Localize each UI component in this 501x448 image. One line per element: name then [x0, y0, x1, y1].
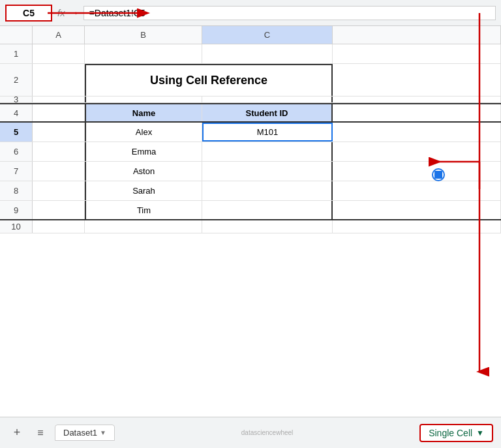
cell-8b-sarah[interactable]: Sarah	[85, 181, 202, 200]
cell-1a[interactable]	[33, 44, 85, 63]
cell-7c[interactable]	[202, 162, 333, 181]
cell-9b-tim[interactable]: Tim	[85, 201, 202, 219]
title-text: Using Cell Reference	[89, 74, 329, 87]
row-4-header: 4 Name Student ID	[0, 103, 501, 123]
row-num-col-header	[0, 26, 33, 44]
cell-3c[interactable]	[202, 97, 333, 102]
bottom-bar: + ≡ Dataset1 ▼ datasciencewheel Single C…	[0, 417, 501, 448]
row-num-2: 2	[0, 64, 33, 96]
cell-4c-studentid-header[interactable]: Student ID	[202, 104, 333, 121]
cell-4a[interactable]	[33, 104, 85, 121]
row-6: 6 Emma	[0, 142, 501, 162]
row-5: 5 Alex M101	[0, 123, 501, 142]
cell-1d[interactable]	[333, 44, 501, 63]
cell-5a[interactable]	[33, 123, 85, 142]
row-num-10: 10	[0, 220, 33, 233]
cell-2b-title[interactable]: Using Cell Reference	[85, 64, 333, 96]
watermark: datasciencewheel	[120, 429, 414, 436]
row-8: 8 Sarah	[0, 181, 501, 201]
row-7: 7 Aston	[0, 162, 501, 181]
col-header-b: B	[85, 26, 202, 44]
cell-1c[interactable]	[202, 44, 333, 63]
col-header-a: A	[33, 26, 85, 44]
cell-9a[interactable]	[33, 201, 85, 219]
cell-6d[interactable]	[333, 142, 501, 161]
single-cell-label: Single Cell	[429, 428, 472, 438]
cell-5b-alex[interactable]: Alex	[85, 123, 202, 142]
cell-7d[interactable]	[333, 162, 501, 181]
sheet-tab-arrow-icon: ▼	[100, 429, 106, 436]
cell-9c[interactable]	[202, 201, 333, 219]
cell-name: C5	[23, 8, 35, 18]
cell-5d[interactable]	[333, 123, 501, 142]
row-10: 10	[0, 220, 501, 233]
cell-6c[interactable]	[202, 142, 333, 161]
row-9: 9 Tim	[0, 201, 501, 220]
col-header-c: C	[202, 26, 333, 44]
sheet-tab-label: Dataset1	[63, 428, 97, 438]
row-num-6: 6	[0, 142, 33, 161]
col-header-d	[333, 26, 501, 44]
sheet-menu-button[interactable]: ≡	[31, 424, 50, 442]
cell-10a[interactable]	[33, 220, 85, 233]
row-num-9: 9	[0, 201, 33, 219]
cell-7b-aston[interactable]: Aston	[85, 162, 202, 181]
cell-10c[interactable]	[202, 220, 333, 233]
cell-2d[interactable]	[333, 64, 501, 96]
single-cell-arrow-icon: ▼	[476, 428, 484, 438]
cell-3b[interactable]	[85, 97, 202, 102]
formula-arrow: →	[69, 7, 80, 19]
cell-1b[interactable]	[85, 44, 202, 63]
cell-5c-m101[interactable]: M101	[202, 123, 333, 142]
spreadsheet-body: 1 2 Using Cell Reference 3 4	[0, 44, 501, 417]
sheet-tab-dataset1[interactable]: Dataset1 ▼	[55, 425, 115, 441]
cell-8d[interactable]	[333, 181, 501, 200]
row-num-4: 4	[0, 104, 33, 121]
row-2: 2 Using Cell Reference	[0, 64, 501, 97]
column-headers: A B C	[0, 26, 501, 44]
fx-icon: fx	[57, 7, 65, 18]
cell-3a[interactable]	[33, 97, 85, 102]
row-num-3: 3	[0, 97, 33, 102]
spreadsheet-area: A B C 1 2 Using Cell Reference 3	[0, 26, 501, 417]
formula-bar: C5 fx → =Dataset1!C5	[0, 0, 501, 26]
formula-input[interactable]: =Dataset1!C5	[84, 6, 496, 20]
cell-name-box[interactable]: C5	[5, 5, 52, 22]
cell-7a[interactable]	[33, 162, 85, 181]
cell-3d[interactable]	[333, 97, 501, 102]
cell-2a[interactable]	[33, 64, 85, 96]
cell-10d[interactable]	[333, 220, 501, 233]
row-3: 3	[0, 97, 501, 103]
add-sheet-button[interactable]: +	[8, 424, 26, 442]
cell-6b-emma[interactable]: Emma	[85, 142, 202, 161]
cell-8a[interactable]	[33, 181, 85, 200]
cell-4d[interactable]	[333, 104, 501, 121]
row-num-8: 8	[0, 181, 33, 200]
cell-9d[interactable]	[333, 201, 501, 219]
cell-8c[interactable]	[202, 181, 333, 200]
fx-area: fx → =Dataset1!C5	[57, 6, 496, 20]
row-1: 1	[0, 44, 501, 64]
cell-10b[interactable]	[85, 220, 202, 233]
single-cell-button[interactable]: Single Cell ▼	[419, 424, 493, 442]
row-num-7: 7	[0, 162, 33, 181]
cell-4b-name-header[interactable]: Name	[85, 104, 202, 121]
cell-6a[interactable]	[33, 142, 85, 161]
row-num-5: 5	[0, 123, 33, 142]
row-num-1: 1	[0, 44, 33, 63]
